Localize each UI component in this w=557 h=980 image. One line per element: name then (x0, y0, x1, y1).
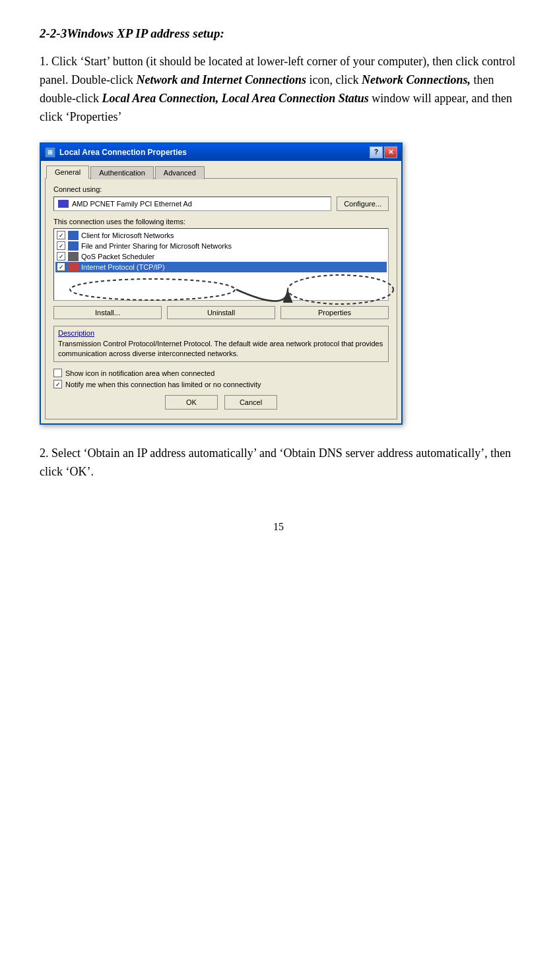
help-button[interactable]: ? (370, 146, 383, 158)
titlebar-left: ⊞ Local Area Connection Properties (45, 147, 187, 158)
para1-bold2: Network Connections, (362, 73, 471, 86)
checkbox-1[interactable]: ✓ (57, 241, 65, 250)
action-buttons-row: Install... Uninstall Properties (53, 306, 389, 319)
item-label-0: Client for Microsoft Networks (81, 231, 174, 239)
connect-using-label: Connect using: (53, 185, 389, 193)
tab-authentication[interactable]: Authentication (90, 166, 154, 179)
dialog-titlebar: ⊞ Local Area Connection Properties ? ✕ (41, 144, 401, 161)
notify-label: Notify me when this connection has limit… (65, 381, 261, 388)
titlebar-buttons: ? ✕ (370, 146, 397, 158)
section-title: 2-2-3Windows XP IP address setup: (40, 26, 517, 41)
description-text: Transmission Control Protocol/Internet P… (58, 339, 384, 359)
show-icon-label: Show icon in notification area when conn… (65, 369, 214, 377)
xp-dialog: ⊞ Local Area Connection Properties ? ✕ G… (40, 142, 403, 425)
item-icon-1 (68, 241, 79, 251)
install-button[interactable]: Install... (53, 306, 162, 319)
paragraph-2: 2. Select ‘Obtain an IP address automati… (40, 444, 517, 481)
dialog-container: ⊞ Local Area Connection Properties ? ✕ G… (40, 142, 403, 425)
adapter-icon (58, 200, 69, 208)
checkbox-3[interactable]: ✓ (57, 262, 65, 271)
configure-button[interactable]: Configure... (337, 197, 389, 211)
para1-bold1: Network and Internet Connections (136, 73, 306, 86)
list-item[interactable]: ✓ File and Printer Sharing for Microsoft… (55, 241, 387, 251)
uninstall-button[interactable]: Uninstall (167, 306, 275, 319)
checkbox-0[interactable]: ✓ (57, 231, 65, 239)
page-number: 15 (40, 521, 517, 533)
checkbox-row-1: Show icon in notification area when conn… (53, 369, 389, 377)
adapter-box: AMD PCNET Family PCI Ethernet Ad (53, 197, 331, 211)
cancel-button[interactable]: Cancel (224, 395, 277, 410)
dialog-body: Connect using: AMD PCNET Family PCI Ethe… (45, 178, 397, 420)
dialog-icon: ⊞ (45, 147, 55, 158)
properties-button[interactable]: Properties (280, 306, 389, 319)
item-icon-3 (68, 262, 79, 272)
bottom-buttons: OK Cancel (53, 391, 389, 411)
item-label-3: Internet Protocol (TCP/IP) (81, 263, 165, 271)
item-icon-0 (68, 231, 79, 240)
list-item[interactable]: ✓ QoS Packet Scheduler (55, 251, 387, 262)
item-icon-2 (68, 252, 79, 261)
dialog-wrapper: ⊞ Local Area Connection Properties ? ✕ G… (40, 142, 517, 425)
close-button[interactable]: ✕ (384, 146, 397, 158)
dialog-title: Local Area Connection Properties (59, 148, 187, 157)
tab-general[interactable]: General (46, 166, 89, 179)
ok-button[interactable]: OK (165, 395, 218, 410)
list-item[interactable]: ✓ Client for Microsoft Networks (55, 230, 387, 241)
adapter-name: AMD PCNET Family PCI Ethernet Ad (72, 200, 192, 208)
para1-bold3: Local Area Connection, Local Area Connec… (102, 92, 368, 105)
tab-advanced[interactable]: Advanced (155, 166, 205, 179)
checkbox-row-2: ✓ Notify me when this connection has lim… (53, 380, 389, 388)
items-listbox[interactable]: ✓ Client for Microsoft Networks ✓ File a… (53, 228, 389, 301)
page-content: 2-2-3Windows XP IP address setup: 1. Cli… (40, 26, 517, 481)
description-box: Description Transmission Control Protoco… (53, 326, 389, 363)
description-title: Description (58, 329, 384, 337)
notify-checkbox[interactable]: ✓ (53, 380, 62, 388)
paragraph-1: 1. Click ‘Start’ button (it should be lo… (40, 53, 517, 127)
adapter-row: AMD PCNET Family PCI Ethernet Ad Configu… (53, 197, 389, 211)
items-label: This connection uses the following items… (53, 218, 389, 226)
checkbox-2[interactable]: ✓ (57, 252, 65, 260)
para1-text2: icon, click (306, 73, 362, 86)
item-label-1: File and Printer Sharing for Microsoft N… (81, 242, 232, 250)
item-label-2: QoS Packet Scheduler (81, 253, 154, 260)
tabs-bar: General Authentication Advanced (41, 161, 401, 178)
list-item-selected[interactable]: ✓ Internet Protocol (TCP/IP) (55, 262, 387, 272)
show-icon-checkbox[interactable] (53, 369, 62, 377)
